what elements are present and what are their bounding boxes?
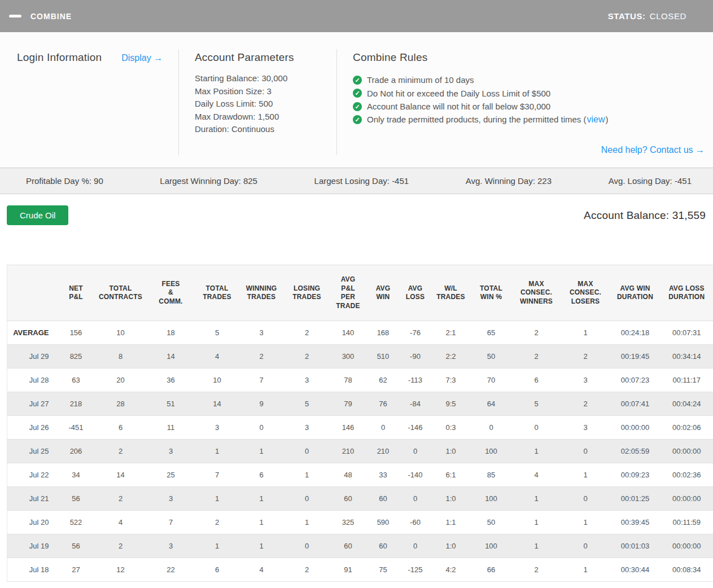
column-header-avg-loss-duration: AVG LOSSDURATION: [660, 265, 713, 321]
cell: 48: [330, 463, 367, 487]
cell: 1: [512, 511, 561, 534]
rule-text: Do Not hit or exceed the Daily Loss Limi…: [367, 89, 550, 98]
view-link[interactable]: view: [587, 115, 605, 124]
cell: 1:0: [431, 440, 471, 463]
cell: 156: [57, 321, 95, 345]
stat-item: Profitable Day %: 90: [26, 176, 103, 186]
cell: 1:1: [431, 511, 471, 534]
column-header-total-win-pct: TOTALWIN %: [471, 265, 512, 321]
cell: 25: [146, 463, 196, 487]
cell: 7: [196, 463, 239, 487]
cell: 14: [196, 392, 239, 416]
cell: 7: [146, 511, 196, 534]
account-parameters-list: Starting Balance: 30,000Max Position Siz…: [195, 72, 336, 136]
combine-rules-title: Combine Rules: [353, 51, 705, 64]
cell: 00:07:23: [610, 368, 660, 392]
cell: 6: [512, 368, 561, 392]
cell: 60: [330, 487, 367, 511]
row-label: Jul 26: [7, 416, 57, 440]
daily-performance-table: NETP&LTOTALCONTRACTSFEES&COMM.TOTALTRADE…: [7, 265, 713, 582]
cell: 4:2: [431, 558, 471, 582]
cell: 1: [561, 511, 610, 534]
cell: 00:11:17: [660, 368, 713, 392]
table-row: Jul 182712226429175-1254:2662100:30:4400…: [7, 558, 713, 582]
cell: 5: [196, 321, 239, 345]
cell: 168: [367, 321, 400, 345]
parameter-line: Duration: Continuous: [195, 123, 336, 136]
table-row: Jul 252062311021021001:01001002:05:5900:…: [7, 440, 713, 463]
cell: 1: [239, 440, 285, 463]
combine-rule: ✓Trade a minimum of 10 days: [353, 73, 705, 87]
rule-text: Only trade permitted products, during th…: [367, 115, 609, 125]
daily-stats-bar: Profitable Day %: 90Largest Winning Day:…: [0, 168, 713, 194]
cell: 79: [330, 392, 367, 416]
cell: 00:11:59: [660, 511, 713, 534]
cell: 146: [330, 416, 367, 440]
cell: 00:00:00: [660, 440, 713, 463]
crude-oil-product-button[interactable]: Crude Oil: [7, 205, 68, 225]
cell: 2: [285, 558, 330, 582]
parameter-line: Daily Loss Limit: 500: [195, 98, 336, 111]
check-icon: ✓: [353, 115, 362, 124]
cell: 4: [196, 345, 239, 368]
cell: -113: [400, 368, 431, 392]
stat-item: Largest Winning Day: 825: [160, 176, 257, 186]
row-label: Jul 29: [7, 345, 57, 368]
cell: 62: [367, 368, 400, 392]
cell: 3: [196, 416, 239, 440]
cell: 00:02:36: [660, 463, 713, 487]
cell: 00:00:00: [660, 534, 713, 558]
cell: 91: [330, 558, 367, 582]
cell: 00:00:00: [660, 487, 713, 511]
table-row: Jul 26-4516113031460-1460:300300:00:0000…: [7, 416, 713, 440]
cell: 00:01:25: [610, 487, 660, 511]
row-label: AVERAGE: [7, 321, 57, 345]
cell: 56: [57, 534, 95, 558]
cell: 64: [471, 392, 512, 416]
cell: 00:00:00: [610, 416, 660, 440]
parameter-line: Starting Balance: 30,000: [195, 72, 336, 85]
table-row: Jul 223414257614833-1406:1854100:09:2300…: [7, 463, 713, 487]
row-label: Jul 22: [7, 463, 57, 487]
cell: 00:07:31: [660, 321, 713, 345]
cell: 0: [561, 534, 610, 558]
cell: 00:24:18: [610, 321, 660, 345]
table-row: Jul 27218285114957976-849:5645200:07:410…: [7, 392, 713, 416]
status-badge: STATUS:CLOSED: [608, 11, 686, 21]
cell: 2: [285, 321, 330, 345]
account-balance-value: 31,559: [672, 209, 706, 221]
cell: 20: [95, 368, 146, 392]
cell: 3: [146, 440, 196, 463]
cell: -125: [400, 558, 431, 582]
account-balance: Account Balance: 31,559: [584, 209, 706, 222]
cell: 00:19:45: [610, 345, 660, 368]
table-row: Jul 215623110606001:01001000:01:2500:00:…: [7, 487, 713, 511]
cell: 3: [561, 368, 610, 392]
contact-us-link[interactable]: Need help? Contact us →: [601, 145, 705, 155]
check-icon: ✓: [353, 89, 362, 98]
cell: -140: [400, 463, 431, 487]
cell: 825: [57, 345, 95, 368]
cell: 70: [471, 368, 512, 392]
collapse-icon[interactable]: [9, 15, 21, 17]
cell: 27: [57, 558, 95, 582]
cell: 0: [400, 487, 431, 511]
cell: -146: [400, 416, 431, 440]
cell: 2: [95, 534, 146, 558]
row-label: Jul 18: [7, 558, 57, 582]
cell: 00:09:23: [610, 463, 660, 487]
cell: 2: [512, 345, 561, 368]
cell: 0: [471, 416, 512, 440]
cell: 1: [561, 321, 610, 345]
parameter-line: Max Position Size: 3: [195, 85, 336, 98]
cell: 6: [196, 558, 239, 582]
column-header-avg-win: AVGWIN: [367, 265, 400, 321]
cell: 1: [561, 558, 610, 582]
cell: 6: [95, 416, 146, 440]
cell: 51: [146, 392, 196, 416]
display-link[interactable]: Display →: [121, 53, 163, 63]
column-header-avg-pl-per-trade: AVGP&LPERTRADE: [330, 265, 367, 321]
cell: 1: [239, 487, 285, 511]
cell: 522: [57, 511, 95, 534]
cell: 0: [239, 416, 285, 440]
